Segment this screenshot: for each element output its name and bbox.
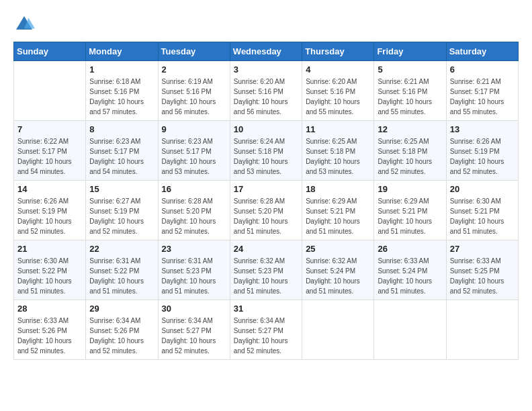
calendar-cell: [14, 61, 86, 121]
day-number: 4: [306, 64, 370, 75]
header-wednesday: Wednesday: [230, 42, 302, 61]
logo-icon: [13, 13, 35, 35]
day-detail: Sunrise: 6:32 AMSunset: 5:23 PMDaylight:…: [234, 256, 298, 296]
header-tuesday: Tuesday: [158, 42, 230, 61]
day-number: 16: [162, 184, 226, 194]
calendar-cell: 5 Sunrise: 6:21 AMSunset: 5:16 PMDayligh…: [374, 61, 446, 121]
day-detail: Sunrise: 6:31 AMSunset: 5:22 PMDaylight:…: [89, 256, 154, 296]
day-detail: Sunrise: 6:21 AMSunset: 5:16 PMDaylight:…: [378, 77, 442, 117]
calendar-cell: 26 Sunrise: 6:33 AMSunset: 5:24 PMDaylig…: [374, 240, 446, 300]
calendar-cell: 17 Sunrise: 6:28 AMSunset: 5:20 PMDaylig…: [230, 181, 302, 240]
day-number: 13: [450, 124, 515, 134]
calendar-cell: 4 Sunrise: 6:20 AMSunset: 5:16 PMDayligh…: [302, 61, 374, 121]
day-detail: Sunrise: 6:33 AMSunset: 5:24 PMDaylight:…: [378, 256, 442, 296]
calendar-table: SundayMondayTuesdayWednesdayThursdayFrid…: [13, 42, 519, 360]
header-monday: Monday: [86, 42, 158, 61]
day-detail: Sunrise: 6:26 AMSunset: 5:19 PMDaylight:…: [450, 136, 515, 177]
calendar-cell: 8 Sunrise: 6:23 AMSunset: 5:17 PMDayligh…: [86, 121, 158, 181]
calendar-cell: 10 Sunrise: 6:24 AMSunset: 5:18 PMDaylig…: [230, 121, 302, 181]
calendar-week-row: 7 Sunrise: 6:22 AMSunset: 5:17 PMDayligh…: [14, 121, 519, 181]
day-detail: Sunrise: 6:28 AMSunset: 5:20 PMDaylight:…: [162, 196, 226, 236]
day-number: 15: [89, 184, 154, 194]
day-detail: Sunrise: 6:23 AMSunset: 5:17 PMDaylight:…: [162, 136, 226, 177]
calendar-cell: 27 Sunrise: 6:33 AMSunset: 5:25 PMDaylig…: [446, 240, 518, 300]
header-saturday: Saturday: [446, 42, 518, 61]
day-number: 19: [378, 184, 442, 194]
day-number: 29: [89, 304, 154, 314]
day-detail: Sunrise: 6:25 AMSunset: 5:18 PMDaylight:…: [306, 136, 370, 177]
calendar-cell: 20 Sunrise: 6:30 AMSunset: 5:21 PMDaylig…: [446, 181, 518, 240]
calendar-cell: 12 Sunrise: 6:25 AMSunset: 5:18 PMDaylig…: [374, 121, 446, 181]
calendar-week-row: 28 Sunrise: 6:33 AMSunset: 5:26 PMDaylig…: [14, 300, 519, 360]
calendar-cell: 13 Sunrise: 6:26 AMSunset: 5:19 PMDaylig…: [446, 121, 518, 181]
day-number: 30: [162, 304, 226, 314]
day-number: 20: [450, 184, 515, 194]
header-thursday: Thursday: [302, 42, 374, 61]
day-number: 7: [17, 124, 82, 134]
logo: [13, 13, 38, 35]
day-number: 3: [234, 64, 298, 75]
day-number: 11: [306, 124, 370, 134]
day-detail: Sunrise: 6:30 AMSunset: 5:22 PMDaylight:…: [17, 256, 82, 296]
day-number: 28: [17, 304, 82, 314]
calendar-cell: [374, 300, 446, 360]
day-number: 6: [450, 64, 515, 75]
day-detail: Sunrise: 6:30 AMSunset: 5:21 PMDaylight:…: [450, 196, 515, 236]
calendar-cell: 30 Sunrise: 6:34 AMSunset: 5:27 PMDaylig…: [158, 300, 230, 360]
day-detail: Sunrise: 6:33 AMSunset: 5:25 PMDaylight:…: [450, 256, 515, 296]
day-detail: Sunrise: 6:34 AMSunset: 5:26 PMDaylight:…: [89, 316, 154, 356]
day-detail: Sunrise: 6:19 AMSunset: 5:16 PMDaylight:…: [162, 77, 226, 117]
day-number: 27: [450, 244, 515, 254]
day-detail: Sunrise: 6:20 AMSunset: 5:16 PMDaylight:…: [234, 77, 298, 117]
calendar-cell: 21 Sunrise: 6:30 AMSunset: 5:22 PMDaylig…: [14, 240, 86, 300]
calendar-cell: 25 Sunrise: 6:32 AMSunset: 5:24 PMDaylig…: [302, 240, 374, 300]
calendar-week-row: 21 Sunrise: 6:30 AMSunset: 5:22 PMDaylig…: [14, 240, 519, 300]
day-number: 10: [234, 124, 298, 134]
header-sunday: Sunday: [14, 42, 86, 61]
day-number: 18: [306, 184, 370, 194]
day-detail: Sunrise: 6:27 AMSunset: 5:19 PMDaylight:…: [89, 196, 154, 236]
calendar-cell: 19 Sunrise: 6:29 AMSunset: 5:21 PMDaylig…: [374, 181, 446, 240]
calendar-cell: 28 Sunrise: 6:33 AMSunset: 5:26 PMDaylig…: [14, 300, 86, 360]
day-number: 12: [378, 124, 442, 134]
day-detail: Sunrise: 6:18 AMSunset: 5:16 PMDaylight:…: [89, 77, 154, 117]
day-number: 14: [17, 184, 82, 194]
header-friday: Friday: [374, 42, 446, 61]
calendar-cell: 16 Sunrise: 6:28 AMSunset: 5:20 PMDaylig…: [158, 181, 230, 240]
day-detail: Sunrise: 6:23 AMSunset: 5:17 PMDaylight:…: [89, 136, 154, 177]
day-detail: Sunrise: 6:32 AMSunset: 5:24 PMDaylight:…: [306, 256, 370, 296]
calendar-cell: 24 Sunrise: 6:32 AMSunset: 5:23 PMDaylig…: [230, 240, 302, 300]
day-detail: Sunrise: 6:28 AMSunset: 5:20 PMDaylight:…: [234, 196, 298, 236]
calendar-cell: 6 Sunrise: 6:21 AMSunset: 5:17 PMDayligh…: [446, 61, 518, 121]
day-number: 26: [378, 244, 442, 254]
calendar-cell: 11 Sunrise: 6:25 AMSunset: 5:18 PMDaylig…: [302, 121, 374, 181]
day-number: 5: [378, 64, 442, 75]
calendar-cell: 14 Sunrise: 6:26 AMSunset: 5:19 PMDaylig…: [14, 181, 86, 240]
day-detail: Sunrise: 6:33 AMSunset: 5:26 PMDaylight:…: [17, 316, 82, 356]
page-header: [13, 13, 519, 35]
calendar-week-row: 1 Sunrise: 6:18 AMSunset: 5:16 PMDayligh…: [14, 61, 519, 121]
day-number: 24: [234, 244, 298, 254]
calendar-cell: 3 Sunrise: 6:20 AMSunset: 5:16 PMDayligh…: [230, 61, 302, 121]
day-detail: Sunrise: 6:25 AMSunset: 5:18 PMDaylight:…: [378, 136, 442, 177]
calendar-cell: 18 Sunrise: 6:29 AMSunset: 5:21 PMDaylig…: [302, 181, 374, 240]
day-number: 17: [234, 184, 298, 194]
calendar-cell: 2 Sunrise: 6:19 AMSunset: 5:16 PMDayligh…: [158, 61, 230, 121]
day-number: 22: [89, 244, 154, 254]
day-detail: Sunrise: 6:26 AMSunset: 5:19 PMDaylight:…: [17, 196, 82, 236]
day-number: 9: [162, 124, 226, 134]
calendar-week-row: 14 Sunrise: 6:26 AMSunset: 5:19 PMDaylig…: [14, 181, 519, 240]
day-number: 2: [162, 64, 226, 75]
calendar-cell: 1 Sunrise: 6:18 AMSunset: 5:16 PMDayligh…: [86, 61, 158, 121]
day-detail: Sunrise: 6:29 AMSunset: 5:21 PMDaylight:…: [306, 196, 370, 236]
calendar-cell: 22 Sunrise: 6:31 AMSunset: 5:22 PMDaylig…: [86, 240, 158, 300]
calendar-cell: [446, 300, 518, 360]
calendar-cell: 9 Sunrise: 6:23 AMSunset: 5:17 PMDayligh…: [158, 121, 230, 181]
calendar-cell: 15 Sunrise: 6:27 AMSunset: 5:19 PMDaylig…: [86, 181, 158, 240]
day-detail: Sunrise: 6:34 AMSunset: 5:27 PMDaylight:…: [162, 316, 226, 356]
day-detail: Sunrise: 6:34 AMSunset: 5:27 PMDaylight:…: [234, 316, 298, 356]
day-detail: Sunrise: 6:24 AMSunset: 5:18 PMDaylight:…: [234, 136, 298, 177]
day-detail: Sunrise: 6:21 AMSunset: 5:17 PMDaylight:…: [450, 77, 515, 117]
day-number: 8: [89, 124, 154, 134]
calendar-cell: [302, 300, 374, 360]
